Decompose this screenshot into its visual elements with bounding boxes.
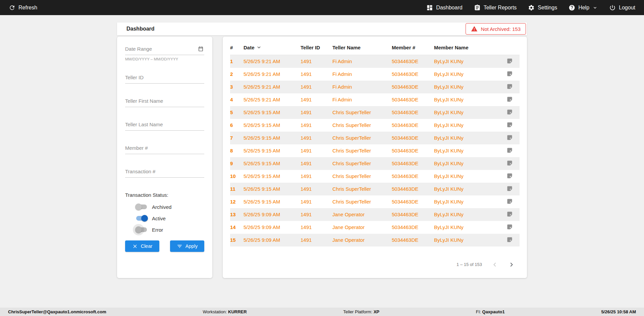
date-range-input[interactable] [125,46,204,55]
refresh-icon [9,4,15,11]
cell-teller-id: 1491 [301,144,332,157]
note-icon[interactable] [506,224,513,230]
nav-dashboard-label: Dashboard [436,5,462,11]
cell-row-number: 6 [230,119,244,132]
note-icon[interactable] [506,122,513,128]
nav-teller-reports[interactable]: Teller Reports [474,4,517,11]
pagination-range: 1 – 15 of 153 [457,262,482,267]
nav-settings[interactable]: Settings [528,4,557,11]
note-icon[interactable] [506,185,513,192]
table-row[interactable]: 2 5/26/25 9:21 AM 1491 Fi Admin 5034463D… [230,68,520,81]
note-icon[interactable] [506,147,513,153]
error-toggle-label: Error [152,227,163,233]
cell-row-number: 14 [230,221,244,234]
table-row[interactable]: 10 5/26/25 9:15 AM 1491 Chris SuperTelle… [230,170,520,183]
table-header-row: # Date Teller ID Teller Name Member # [230,40,520,55]
cell-member-name: ByLyJI KUNy [434,55,499,68]
cell-teller-id: 1491 [301,195,332,208]
cell-row-number: 12 [230,195,244,208]
calendar-icon[interactable] [198,46,204,52]
transactions-table-card: # Date Teller ID Teller Name Member # [223,37,527,278]
nav-help[interactable]: Help [569,4,598,11]
note-icon[interactable] [506,83,513,90]
next-page-button[interactable] [507,261,516,269]
note-icon[interactable] [506,173,513,179]
active-toggle[interactable] [135,215,148,222]
active-toggle-row: Active [135,214,204,222]
table-row[interactable]: 5 5/26/25 9:15 AM 1491 Chris SuperTeller… [230,106,520,119]
note-icon[interactable] [506,134,513,141]
table-row[interactable]: 1 5/26/25 9:21 AM 1491 Fi Admin 5034463D… [230,55,520,68]
table-row[interactable]: 3 5/26/25 9:21 AM 1491 Fi Admin 5034463D… [230,81,520,93]
cell-date: 5/26/25 9:21 AM [244,81,301,93]
cell-teller-name: Jane Operator [332,234,392,246]
logout-icon [609,4,616,11]
member-number-input[interactable] [125,145,204,154]
not-archived-badge[interactable]: Not Archived: 153 [466,23,526,35]
nav-dashboard[interactable]: Dashboard [426,4,462,11]
prev-page-button[interactable] [491,261,499,269]
apply-button-label: Apply [185,243,198,249]
cell-member-number: 5034463DE [392,93,434,106]
cell-date: 5/26/25 9:21 AM [244,55,301,68]
col-date-label: Date [244,45,255,50]
table-row[interactable]: 15 5/26/25 9:09 AM 1491 Jane Operator 50… [230,234,520,246]
table-row[interactable]: 14 5/26/25 9:09 AM 1491 Jane Operator 50… [230,221,520,234]
col-member-name: Member Name [434,40,499,55]
cell-date: 5/26/25 9:15 AM [244,106,301,119]
dashboard-icon [426,4,433,11]
note-icon[interactable] [506,236,513,243]
cell-date: 5/26/25 9:15 AM [244,183,301,195]
transaction-number-input[interactable] [125,169,204,178]
cell-member-number: 5034463DE [392,68,434,81]
page-header: Dashboard Not Archived: 153 [117,22,527,35]
table-row[interactable]: 9 5/26/25 9:15 AM 1491 Chris SuperTeller… [230,157,520,170]
cell-teller-name: Fi Admin [332,81,392,93]
cell-teller-id: 1491 [301,234,332,246]
filter-panel: MM/DD/YYYY – MM/DD/YYYY Transaction Stat… [117,37,212,278]
cell-row-number: 11 [230,183,244,195]
teller-last-name-input[interactable] [125,122,204,131]
table-row[interactable]: 4 5/26/25 9:21 AM 1491 Fi Admin 5034463D… [230,93,520,106]
table-row[interactable]: 11 5/26/25 9:15 AM 1491 Chris SuperTelle… [230,183,520,195]
clear-button[interactable]: Clear [125,240,159,252]
table-row[interactable]: 7 5/26/25 9:15 AM 1491 Chris SuperTeller… [230,132,520,144]
cell-row-number: 9 [230,157,244,170]
cell-row-number: 5 [230,106,244,119]
cell-member-number: 5034463DE [392,221,434,234]
teller-id-input[interactable] [125,75,204,84]
table-row[interactable]: 13 5/26/25 9:09 AM 1491 Jane Operator 50… [230,208,520,221]
cell-member-name: ByLyJI KUNy [434,68,499,81]
apply-button[interactable]: Apply [170,240,204,252]
cell-member-number: 5034463DE [392,144,434,157]
cell-date: 5/26/25 9:21 AM [244,68,301,81]
chevron-right-icon [507,261,516,269]
cell-teller-name: Chris SuperTeller [332,132,392,144]
note-icon[interactable] [506,96,513,102]
note-icon[interactable] [506,58,513,64]
status-workstation: Workstation: KURRER [203,309,247,314]
cell-teller-name: Chris SuperTeller [332,157,392,170]
table-row[interactable]: 12 5/26/25 9:15 AM 1491 Chris SuperTelle… [230,195,520,208]
archived-toggle[interactable] [135,204,148,210]
cell-member-name: ByLyJI KUNy [434,144,499,157]
note-icon[interactable] [506,198,513,205]
col-date[interactable]: Date [244,40,301,55]
cell-teller-name: Chris SuperTeller [332,144,392,157]
error-toggle[interactable] [135,226,148,233]
clear-button-label: Clear [141,243,153,249]
cell-teller-id: 1491 [301,55,332,68]
status-datetime: 5/26/25 10:58 AM [601,309,636,314]
note-icon[interactable] [506,71,513,77]
note-icon[interactable] [506,211,513,217]
cell-teller-name: Jane Operator [332,208,392,221]
note-icon[interactable] [506,109,513,115]
teller-first-name-input[interactable] [125,98,204,107]
nav-logout[interactable]: Logout [609,4,635,11]
error-toggle-row: Error [135,226,204,234]
cell-member-number: 5034463DE [392,234,434,246]
table-row[interactable]: 6 5/26/25 9:15 AM 1491 Chris SuperTeller… [230,119,520,132]
note-icon[interactable] [506,160,513,166]
table-row[interactable]: 8 5/26/25 9:15 AM 1491 Chris SuperTeller… [230,144,520,157]
refresh-button[interactable]: Refresh [9,4,37,11]
